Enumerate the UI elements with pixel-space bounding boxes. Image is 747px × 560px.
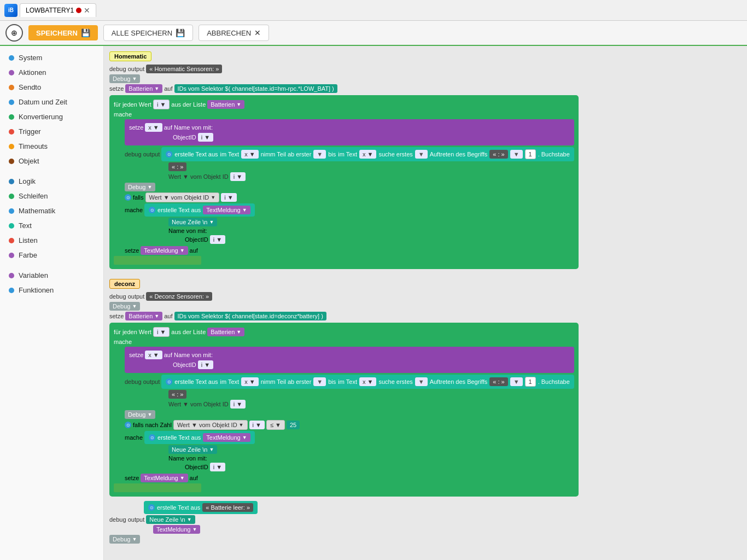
erstes-drop-1[interactable]: ▼ <box>415 150 428 159</box>
sidebar-item-listen[interactable]: Listen <box>0 233 103 248</box>
x-ref-4[interactable]: x ▼ <box>359 377 376 386</box>
x-ref-3[interactable]: x ▼ <box>241 377 258 386</box>
sidebar-item-funktionen[interactable]: Funktionen <box>0 283 103 298</box>
sidebar-item-farbe[interactable]: Farbe <box>0 248 103 262</box>
erstelle-text-container-1: ⊙ erstelle Text aus im Text x ▼ nimm Tei… <box>161 147 574 161</box>
canvas[interactable]: Homematic debug output « Homematic Senso… <box>104 46 747 560</box>
i-falls-1[interactable]: i ▼ <box>221 193 236 202</box>
sidebar-item-objekt[interactable]: Objekt <box>0 154 103 168</box>
i-ref-block-1[interactable]: i ▼ <box>198 133 213 142</box>
textmeldung-block-3[interactable]: TextMeldung <box>153 525 200 534</box>
save-all-button[interactable]: ALLE SPEICHERN 💾 <box>103 25 193 41</box>
textmeldung-var-2[interactable]: TextMeldung <box>141 474 188 482</box>
name-von-row-1: Name von mit: <box>168 228 574 234</box>
neue-zeile-row-2: Neue Zeile \n <box>168 445 574 454</box>
homematic-badge: Homematic <box>109 51 151 61</box>
sidebar-item-variablen[interactable]: Variablen <box>0 268 103 283</box>
auf-label-2: auf <box>164 313 172 319</box>
erstelle-text-label-3: erstelle Text aus <box>174 378 218 385</box>
sidebar-item-aktionen[interactable]: Aktionen <box>0 65 103 80</box>
num-1-block-1[interactable]: 1 <box>525 149 536 159</box>
debug-drop-row-2: Debug <box>125 410 574 419</box>
debug-dropdown-3[interactable]: Debug <box>109 302 140 311</box>
i-wert-2[interactable]: i ▼ <box>230 400 246 409</box>
x-ref-1[interactable]: x ▼ <box>241 150 258 159</box>
erstes-drop-3[interactable]: ▼ <box>415 377 428 386</box>
sidebar-item-konvertierung[interactable]: Konvertierung <box>0 109 103 124</box>
batterie-leer-block[interactable]: « Batterie leer: » <box>202 503 253 512</box>
sidebar-item-logik[interactable]: Logik <box>0 174 103 189</box>
tab-close-icon[interactable]: ✕ <box>84 6 90 15</box>
debug-dropdown-1[interactable]: Debug <box>109 74 140 83</box>
sidebar-item-sendto[interactable]: Sendto <box>0 80 103 95</box>
x-ref-2[interactable]: x ▼ <box>359 150 376 159</box>
i-var-block-2[interactable]: i ▼ <box>153 327 170 337</box>
neue-zeile-block-2[interactable]: Neue Zeile \n <box>168 445 217 454</box>
setze-x-container-2: setze x ▼ auf Name von mit: ObjectID i ▼ <box>125 347 574 373</box>
textmeldung-var-1[interactable]: TextMeldung <box>141 246 188 255</box>
var-label: Variablen <box>19 271 48 279</box>
i-falls-2[interactable]: i ▼ <box>249 421 265 429</box>
debug-dropdown-2[interactable]: Debug <box>125 183 155 191</box>
dir-drop-1[interactable]: ▼ <box>510 150 523 159</box>
sidebar-item-text[interactable]: Text <box>0 218 103 233</box>
save-button[interactable]: SPEICHERN 💾 <box>28 25 98 40</box>
x-var-block-2[interactable]: x ▼ <box>145 351 162 359</box>
colon-block-3[interactable]: « : » <box>489 377 507 386</box>
connector-falls-1: ⊙ <box>125 194 131 201</box>
im-text-2-label: im Text <box>338 151 357 158</box>
batterien-list-1[interactable]: Batterien <box>207 100 244 109</box>
target-icon[interactable]: ⊕ <box>5 24 23 42</box>
homematic-sensoren-block[interactable]: « Homematic Sensoren: » <box>146 65 222 73</box>
i-wert-1[interactable]: i ▼ <box>230 172 246 181</box>
sidebar-item-schleifen[interactable]: Schleifen <box>0 189 103 203</box>
ids-selector-block-2[interactable]: IDs vom Selektor $( channel[state.id=dec… <box>174 312 326 320</box>
batterien-list-2[interactable]: Batterien <box>207 328 244 336</box>
sidebar-item-mathematik[interactable]: Mathematik <box>0 203 103 218</box>
cancel-button[interactable]: ABBRECHEN ✕ <box>199 25 269 41</box>
colon-str-1[interactable]: « : » <box>168 162 186 171</box>
deconz-badge: deconz <box>109 279 140 289</box>
textmeldung-block-1[interactable]: TextMeldung <box>203 206 250 214</box>
i-obj-4[interactable]: i ▼ <box>210 463 225 471</box>
mathe-label: Mathematik <box>19 207 55 215</box>
neue-zeile-block-3[interactable]: Neue Zeile \n <box>146 515 195 524</box>
sidebar-item-timeouts[interactable]: Timeouts <box>0 139 103 154</box>
bis-block-3[interactable]: ▼ <box>313 377 326 386</box>
num-1-block-3[interactable]: 1 <box>525 377 536 387</box>
mache-row-2: mache <box>114 339 574 345</box>
debug-dropdown-4[interactable]: Debug <box>125 410 155 419</box>
textmeldung-block-2[interactable]: TextMeldung <box>203 433 250 442</box>
tab-status-dot <box>76 8 81 13</box>
deconz-sensoren-block[interactable]: « Deconz Sensoren: » <box>146 292 212 301</box>
trigger-dot <box>9 129 14 135</box>
sidebar-item-trigger[interactable]: Trigger <box>0 124 103 139</box>
batterien-block-1[interactable]: Batterien <box>125 84 162 93</box>
batterien-block-2[interactable]: Batterien <box>125 312 162 320</box>
neue-zeile-block-1[interactable]: Neue Zeile \n <box>168 218 217 226</box>
x-var-block-1[interactable]: x ▼ <box>145 123 162 132</box>
sidebar-item-datum[interactable]: Datum und Zeit <box>0 95 103 109</box>
setze-textmeldung-row-2: setze TextMeldung auf <box>125 474 574 482</box>
colon-str-2[interactable]: « : » <box>168 390 186 399</box>
wert-drop-falls-2[interactable]: Wert ▼ vom Objekt ID <box>173 420 248 430</box>
wert-row-2: Wert ▼ vom Objekt ID i ▼ <box>125 400 574 409</box>
dir-drop-3[interactable]: ▼ <box>510 377 523 386</box>
i-var-block-1[interactable]: i ▼ <box>153 100 170 109</box>
ids-selector-block-1[interactable]: IDs vom Selektor $( channel[state.id=hm-… <box>174 84 337 93</box>
tab-lowbattery1[interactable]: LOWBATTERY1 ✕ <box>20 3 96 17</box>
i-ref-block-2[interactable]: i ▼ <box>198 360 213 369</box>
bis-block-1[interactable]: ▼ <box>313 150 326 159</box>
debug-dropdown-5[interactable]: Debug <box>109 535 140 544</box>
lte-block[interactable]: ≤ ▼ <box>266 420 285 430</box>
name-von-row-2: Name von mit: <box>168 455 574 462</box>
fuer-jeden-label-2: für jeden Wert <box>114 329 151 335</box>
colon-block-1[interactable]: « : » <box>489 150 507 159</box>
wert-drop-falls-1[interactable]: Wert ▼ vom Objekt ID <box>145 192 220 202</box>
i-obj-2[interactable]: i ▼ <box>210 235 225 244</box>
sidebar-item-system[interactable]: System <box>0 50 103 65</box>
auf-label-x: auf <box>164 124 172 131</box>
fuer-jeden-label-1: für jeden Wert <box>114 101 151 108</box>
num-25-block[interactable]: 25 <box>287 421 300 429</box>
timeouts-dot <box>9 144 14 149</box>
